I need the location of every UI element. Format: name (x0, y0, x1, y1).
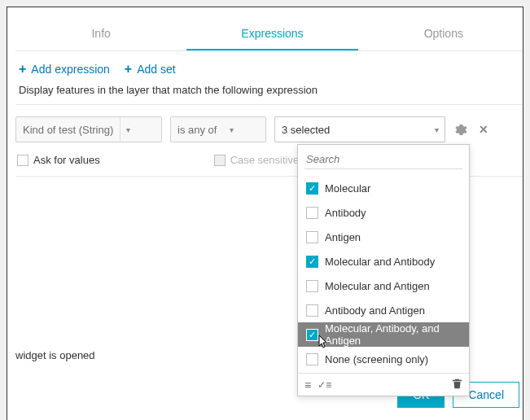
checkbox-icon[interactable] (306, 207, 318, 219)
option-item[interactable]: Molecular and Antibody (298, 249, 469, 273)
remove-expression-button[interactable]: ✕ (476, 123, 491, 136)
case-label: Case sensitive (230, 154, 300, 166)
value-dropdown-menu: MolecularAntibodyAntigenMolecular and An… (297, 144, 470, 396)
plus-icon: + (19, 63, 26, 76)
dropdown-footer: ≡ ✓≡ (298, 373, 469, 396)
trash-icon[interactable] (452, 378, 462, 392)
option-label: Antigen (325, 231, 361, 243)
tab-info[interactable]: Info (15, 15, 186, 50)
chevron-down-icon: ▾ (223, 117, 239, 142)
gear-icon (455, 124, 467, 136)
tabs: Info Expressions Options (15, 15, 523, 51)
option-label: Molecular, Antibody, and Antigen (325, 322, 461, 347)
case-sensitive-checkbox: Case sensitive (214, 154, 300, 166)
chevron-down-icon: ▾ (120, 117, 136, 142)
checkbox-icon[interactable] (306, 329, 318, 341)
checkbox-input (214, 155, 226, 166)
chevron-down-icon: ▾ (428, 117, 445, 142)
options-list: MolecularAntibodyAntigenMolecular and An… (298, 174, 469, 373)
checkbox-icon[interactable] (306, 231, 318, 243)
settings-button[interactable] (453, 124, 468, 136)
option-item[interactable]: Molecular (298, 176, 469, 200)
value-label: 3 selected (275, 124, 428, 136)
ask-for-values-checkbox[interactable]: Ask for values (17, 154, 100, 166)
option-item[interactable]: None (screening only) (298, 347, 469, 371)
add-expression-button[interactable]: + Add expression (19, 63, 110, 76)
option-item[interactable]: Antibody and Antigen (298, 298, 469, 322)
checkbox-icon[interactable] (306, 353, 318, 365)
option-item[interactable]: Antigen (298, 225, 469, 249)
field-dropdown[interactable]: Kind of test (String) ▾ (15, 116, 162, 142)
filter-description: Display features in the layer that match… (15, 84, 523, 104)
checkbox-input[interactable] (17, 155, 28, 166)
checkbox-icon[interactable] (306, 182, 318, 195)
checkbox-icon[interactable] (306, 304, 318, 317)
tab-expressions[interactable]: Expressions (186, 15, 357, 50)
close-icon: ✕ (479, 123, 488, 136)
option-label: Molecular and Antibody (325, 256, 435, 268)
option-label: Antibody and Antigen (325, 304, 425, 317)
list-icon[interactable]: ≡ (304, 378, 311, 392)
option-label: None (screening only) (325, 353, 428, 365)
option-item[interactable]: Antibody (298, 200, 469, 225)
select-all-icon[interactable]: ✓≡ (318, 379, 331, 391)
tab-options[interactable]: Options (358, 15, 523, 50)
value-dropdown[interactable]: 3 selected ▾ (274, 116, 445, 142)
option-label: Antibody (325, 207, 366, 219)
checkbox-icon[interactable] (306, 280, 318, 292)
option-item[interactable]: Molecular and Antigen (298, 273, 469, 298)
divider (15, 104, 523, 105)
operator-dropdown[interactable]: is any of ▾ (170, 116, 266, 142)
plus-icon: + (125, 63, 132, 76)
option-label: Molecular (325, 182, 370, 195)
footer-note: widget is opened (15, 349, 95, 361)
option-item[interactable]: Molecular, Antibody, and Antigen (298, 322, 469, 347)
add-set-button[interactable]: + Add set (125, 63, 176, 76)
add-expression-label: Add expression (31, 63, 110, 76)
field-label: Kind of test (String) (16, 124, 120, 136)
checkbox-icon[interactable] (306, 256, 318, 268)
search-input[interactable] (304, 150, 462, 169)
ask-label: Ask for values (33, 154, 100, 166)
toolbar: + Add expression + Add set (15, 51, 523, 84)
option-label: Molecular and Antigen (325, 280, 430, 292)
add-set-label: Add set (137, 63, 175, 76)
operator-label: is any of (171, 124, 223, 136)
